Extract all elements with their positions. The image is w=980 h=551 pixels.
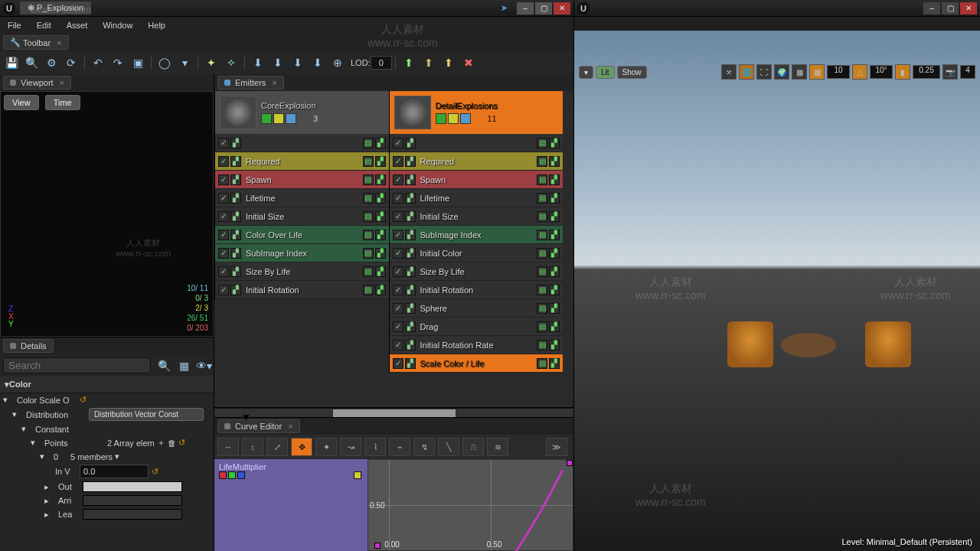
eye-icon[interactable]: 👁▾: [195, 357, 212, 374]
scale-icon[interactable]: ▮: [895, 64, 910, 80]
send-icon[interactable]: ➤: [501, 3, 508, 13]
module-enable-checkbox[interactable]: ✓: [393, 266, 403, 277]
emitter-name[interactable]: CoreExplosion: [261, 101, 318, 110]
module-row[interactable]: ✓▞Size By Life▤▞: [215, 262, 389, 281]
module-row[interactable]: ✓▞Spawn▤▞: [215, 171, 389, 189]
h-scrollbar[interactable]: [214, 408, 573, 417]
module-enable-checkbox[interactable]: ✓: [218, 174, 229, 185]
module-graph-checkbox[interactable]: ▞: [230, 230, 241, 240]
module-row[interactable]: ✓▞Sphere▤▞: [390, 299, 564, 318]
dropdown-icon[interactable]: ▾: [115, 452, 119, 461]
module-graph-checkbox[interactable]: ▞: [405, 303, 416, 314]
module-3d-icon[interactable]: ▤: [363, 156, 374, 167]
module-row[interactable]: ✓▞Lifetime▤▞: [215, 189, 389, 207]
module-row[interactable]: ✓▞Spawn▤▞: [390, 171, 564, 189]
color-section[interactable]: Color: [9, 380, 31, 389]
user-icon[interactable]: ⌁: [389, 438, 410, 456]
menu-edit[interactable]: Edit: [29, 21, 59, 30]
module-row[interactable]: ✓▞Scale Color / Life▤▞: [390, 354, 564, 373]
module-3d-icon[interactable]: ▤: [363, 211, 374, 222]
module-enable-checkbox[interactable]: ✓: [393, 285, 403, 295]
show-dropdown[interactable]: Show: [617, 66, 647, 79]
module-3d-icon[interactable]: ▤: [363, 230, 374, 240]
find-icon[interactable]: 🔍: [23, 54, 40, 71]
world-icon[interactable]: 🌍: [774, 64, 789, 80]
save-icon[interactable]: 💾: [3, 54, 20, 71]
time-button[interactable]: Time: [45, 95, 80, 110]
solo-toggle[interactable]: [448, 113, 459, 124]
curve-editor-tab[interactable]: Curve Editor×: [217, 419, 300, 433]
render-toggle[interactable]: [436, 113, 446, 124]
emitter-name[interactable]: DetailExplosions: [436, 101, 498, 110]
module-3d-icon[interactable]: ▤: [363, 174, 374, 185]
module-graph-checkbox[interactable]: ▞: [405, 156, 416, 167]
delete-lod-icon[interactable]: ✖: [460, 54, 477, 71]
module-graph-checkbox[interactable]: ▞: [405, 340, 416, 350]
module-curve-icon[interactable]: ▞: [549, 358, 560, 369]
emitters-tab[interactable]: Emitters×: [217, 76, 284, 90]
min-button[interactable]: –: [923, 2, 940, 15]
module-curve-icon[interactable]: ▞: [375, 138, 386, 148]
module-row[interactable]: ✓▞Initial Size▤▞: [390, 207, 564, 226]
render-toggle[interactable]: [261, 113, 272, 124]
level-viewport[interactable]: 人人素材www.rr-sc.com 人人素材www.rr-sc.com 人人素材…: [574, 31, 980, 551]
menu-file[interactable]: File: [0, 21, 29, 30]
lod-up1-icon[interactable]: ⬆: [400, 54, 417, 71]
module-graph-checkbox[interactable]: ▞: [230, 211, 241, 222]
curve-key[interactable]: [374, 543, 381, 549]
module-enable-checkbox[interactable]: ✓: [393, 321, 403, 332]
transform-icon[interactable]: ⤧: [721, 64, 737, 80]
asset-tab[interactable]: P_Explosion: [37, 3, 83, 12]
toolbar-tab[interactable]: 🔧 Toolbar×: [3, 35, 69, 50]
postfx-icon[interactable]: ▾: [176, 54, 193, 71]
module-graph-checkbox[interactable]: ▞: [405, 358, 416, 369]
max-button[interactable]: ▢: [535, 2, 552, 15]
module-curve-icon[interactable]: ▞: [549, 285, 560, 295]
module-enable-checkbox[interactable]: ✓: [393, 230, 403, 240]
solo-toggle[interactable]: [273, 113, 284, 124]
module-3d-icon[interactable]: ▤: [537, 303, 547, 314]
module-3d-icon[interactable]: ▤: [537, 230, 547, 240]
module-3d-icon[interactable]: ▤: [537, 248, 547, 259]
arrive-ramp[interactable]: [83, 495, 182, 506]
module-row[interactable]: ✓▞Initial Size▤▞: [215, 207, 389, 226]
module-3d-icon[interactable]: ▤: [537, 138, 547, 148]
distribution-dropdown[interactable]: Distribution Vector Const: [89, 408, 204, 421]
module-graph-checkbox[interactable]: ▞: [405, 211, 416, 222]
module-row[interactable]: ✓▞Initial Color▤▞: [390, 244, 564, 262]
lit-mode[interactable]: Lit: [596, 66, 615, 79]
close-button[interactable]: ✕: [960, 2, 977, 15]
close-button[interactable]: ✕: [554, 2, 570, 15]
bounds-icon[interactable]: ◯: [156, 54, 173, 71]
clamped-icon[interactable]: ⌇: [364, 438, 386, 456]
module-3d-icon[interactable]: ▤: [363, 138, 374, 148]
module-curve-icon[interactable]: ▞: [549, 138, 560, 148]
type-toggle[interactable]: [460, 113, 471, 124]
module-curve-icon[interactable]: ▞: [549, 340, 560, 350]
module-row[interactable]: ✓▞Required▤▞: [390, 152, 564, 171]
module-enable-checkbox[interactable]: ✓: [393, 248, 403, 259]
leave-ramp[interactable]: [83, 509, 182, 520]
module-row[interactable]: ✓▞▤▞: [390, 134, 564, 152]
module-row[interactable]: ✓▞Initial Rotation Rate▤▞: [390, 336, 564, 354]
module-3d-icon[interactable]: ▤: [537, 266, 547, 277]
trash-icon[interactable]: 🗑: [168, 439, 176, 448]
module-3d-icon[interactable]: ▤: [537, 193, 547, 204]
grid-view-icon[interactable]: ▦: [175, 357, 192, 374]
details-tab[interactable]: Details: [3, 339, 54, 353]
fit-v-icon[interactable]: ↕: [242, 438, 263, 456]
lod-up3-icon[interactable]: ⬆: [440, 54, 457, 71]
module-enable-checkbox[interactable]: ✓: [218, 266, 229, 277]
module-curve-icon[interactable]: ▞: [375, 248, 386, 259]
module-3d-icon[interactable]: ▤: [537, 358, 547, 369]
max-button[interactable]: ▢: [942, 2, 959, 15]
refresh-icon[interactable]: ⟳: [63, 54, 80, 71]
module-row[interactable]: ✓▞SubImage Index▤▞: [215, 244, 389, 262]
module-graph-checkbox[interactable]: ▞: [230, 193, 241, 204]
scale-snap[interactable]: 0.25: [913, 65, 940, 79]
module-enable-checkbox[interactable]: ✓: [393, 138, 403, 148]
module-graph-checkbox[interactable]: ▞: [405, 248, 416, 259]
module-enable-checkbox[interactable]: ✓: [393, 211, 403, 222]
flatten-icon[interactable]: ≋: [487, 438, 508, 456]
menu-help[interactable]: Help: [140, 21, 173, 30]
